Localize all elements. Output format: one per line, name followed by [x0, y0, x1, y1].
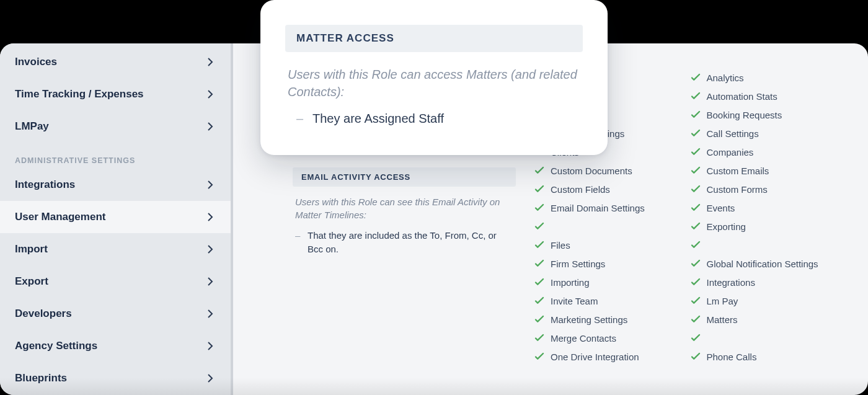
sidebar-item-invoices[interactable]: Invoices: [0, 46, 231, 78]
chevron-right-icon: [208, 309, 213, 318]
permission-label: Global Notification Settings: [707, 259, 818, 269]
check-icon: [691, 314, 701, 324]
check-icon: [691, 333, 701, 343]
permission-row: Custom Emails: [691, 161, 844, 180]
check-icon: [534, 333, 544, 343]
permission-label: Custom Emails: [707, 166, 769, 176]
permission-row: Importing: [534, 273, 688, 291]
check-icon: [691, 203, 701, 213]
sidebar-item-developers[interactable]: Developers: [0, 298, 231, 330]
permission-label: Exporting: [707, 221, 746, 232]
matter-access-popover: Matter Access Users with this Role can a…: [260, 0, 608, 155]
permission-row: [691, 329, 844, 347]
sidebar-item-label: Developers: [15, 308, 72, 320]
sidebar-item-label: Import: [15, 243, 48, 255]
chevron-right-icon: [208, 122, 213, 131]
chevron-right-icon: [208, 374, 213, 383]
check-icon: [691, 184, 701, 194]
permission-label: Files: [551, 240, 570, 251]
sidebar: Invoices Time Tracking / Expenses LMPay …: [0, 43, 233, 395]
check-icon: [534, 240, 544, 250]
permission-label: Events: [707, 203, 735, 213]
permission-label: Call Settings: [707, 128, 759, 139]
check-icon: [691, 91, 701, 101]
check-icon: [691, 352, 701, 362]
permission-row: Files: [534, 236, 688, 254]
check-icon: [534, 296, 544, 306]
chevron-right-icon: [208, 342, 213, 350]
sidebar-item-import[interactable]: Import: [0, 233, 231, 265]
permission-label: Analytics: [707, 73, 744, 83]
permission-row: Firm Settings: [534, 254, 688, 273]
permission-label: Custom Forms: [707, 184, 768, 195]
permission-row: Phone Calls: [691, 347, 844, 366]
sidebar-item-label: Agency Settings: [15, 340, 97, 352]
permission-label: Invite Team: [551, 296, 598, 306]
check-icon: [691, 240, 701, 250]
popover-list-item: They are Assigned Staff: [312, 109, 580, 128]
permission-label: Integrations: [707, 277, 755, 288]
sidebar-item-export[interactable]: Export: [0, 265, 231, 298]
check-icon: [534, 184, 544, 194]
check-icon: [534, 221, 544, 231]
sidebar-item-lmpay[interactable]: LMPay: [0, 110, 231, 143]
permission-row: Exporting: [691, 217, 844, 236]
permission-row: Integrations: [691, 273, 844, 291]
section-desc: Users with this Role can see this Email …: [293, 187, 516, 225]
check-icon: [534, 203, 544, 213]
permission-row: One Drive Integration: [534, 347, 688, 366]
check-icon: [691, 166, 701, 175]
permission-row: Booking Requests: [691, 105, 844, 124]
permission-label: Booking Requests: [707, 110, 782, 120]
check-icon: [691, 221, 701, 231]
permission-label: Automation Stats: [707, 91, 777, 102]
permission-label: Custom Fields: [551, 184, 610, 195]
chevron-right-icon: [208, 90, 213, 99]
sidebar-item-label: Export: [15, 275, 48, 288]
sidebar-item-blueprints[interactable]: Blueprints: [0, 362, 231, 394]
permission-row: Lm Pay: [691, 291, 844, 310]
chevron-right-icon: [208, 58, 213, 66]
sidebar-section-header: Administrative Settings: [0, 143, 231, 169]
check-icon: [691, 147, 701, 157]
permission-label: Companies: [707, 147, 754, 158]
permission-row: Merge Contacts: [534, 329, 688, 347]
check-icon: [691, 277, 701, 287]
sidebar-item-label: Integrations: [15, 179, 75, 191]
permission-row: Custom Documents: [534, 161, 688, 180]
permission-row: Call Settings: [691, 124, 844, 143]
popover-desc: Users with this Role can access Matters …: [285, 52, 583, 103]
permission-row: Events: [691, 198, 844, 217]
permission-label: Firm Settings: [551, 259, 605, 269]
sidebar-item-label: LMPay: [15, 120, 49, 133]
check-icon: [534, 352, 544, 362]
chevron-right-icon: [208, 180, 213, 189]
permission-row: Matters: [691, 310, 844, 329]
permissions-column-right: AnalyticsAutomation StatsBooking Request…: [691, 68, 844, 366]
permission-label: Matters: [707, 314, 738, 325]
permission-row: Companies: [691, 143, 844, 161]
sidebar-item-integrations[interactable]: Integrations: [0, 169, 231, 201]
sidebar-item-agency-settings[interactable]: Agency Settings: [0, 330, 231, 362]
check-icon: [534, 259, 544, 269]
chevron-right-icon: [208, 213, 213, 221]
check-icon: [691, 110, 701, 120]
check-icon: [534, 277, 544, 287]
permission-label: Email Domain Settings: [551, 203, 645, 213]
sidebar-item-label: User Management: [15, 211, 105, 223]
sidebar-item-user-management[interactable]: User Management: [0, 201, 231, 233]
permission-label: Importing: [551, 277, 590, 288]
check-icon: [691, 73, 701, 82]
popover-title: Matter Access: [285, 25, 583, 52]
permission-row: Marketing Settings: [534, 310, 688, 329]
permission-row: Global Notification Settings: [691, 254, 844, 273]
check-icon: [691, 128, 701, 138]
permission-label: Marketing Settings: [551, 314, 627, 325]
permission-row: Custom Forms: [691, 180, 844, 198]
check-icon: [691, 296, 701, 306]
permission-row: Custom Fields: [534, 180, 688, 198]
permission-row: Analytics: [691, 68, 844, 87]
sidebar-item-time-tracking[interactable]: Time Tracking / Expenses: [0, 78, 231, 110]
permission-label: One Drive Integration: [551, 352, 639, 362]
permission-row: Invite Team: [534, 291, 688, 310]
